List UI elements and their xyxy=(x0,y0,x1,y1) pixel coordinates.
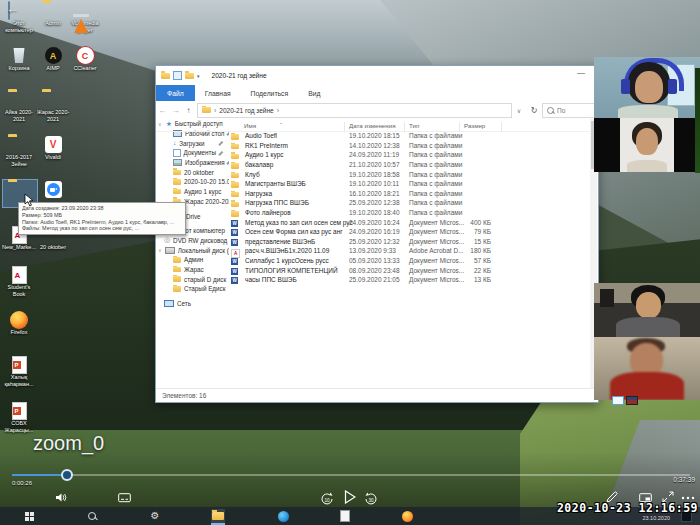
address-dropdown-icon[interactable]: ∨ xyxy=(512,107,526,114)
desktop-icon-aika-folder[interactable]: Айка 2020-2021 xyxy=(2,91,36,122)
tab-file[interactable]: Файл xyxy=(156,85,195,101)
tab-share[interactable]: Поделиться xyxy=(241,85,299,101)
person-shoulders xyxy=(627,160,667,172)
back-button[interactable]: ← xyxy=(156,106,169,115)
vlc-cone-icon xyxy=(74,2,96,19)
headphone-cup-right xyxy=(668,79,677,94)
sidebar-item-audio-1-kurs[interactable]: Аудио 1 курс xyxy=(156,187,229,197)
file-row[interactable]: Нагрузка16.10.2020 18:21Папка с файлами xyxy=(231,189,590,199)
taskbar-file-explorer[interactable] xyxy=(211,509,225,525)
explorer-sidebar: ∨★Быстрый доступ Рабочий стол ↓Загрузки … xyxy=(156,119,229,389)
file-row[interactable]: Wпредставление ВШЭнБ25.09.2020 12:32Доку… xyxy=(231,237,590,247)
desktop-icon-vlc[interactable]: VLC media player xyxy=(68,2,102,33)
seek-handle[interactable] xyxy=(61,469,73,481)
file-row[interactable]: WМетод указ по зап сил осен сем рус24.09… xyxy=(231,217,590,227)
minimize-button[interactable]: — xyxy=(572,68,590,77)
file-row[interactable]: Audio Toefl19.10.2020 18:15Папка с файла… xyxy=(231,131,590,141)
file-row[interactable]: WОсен сем Форма сил каз рус анг24.09.202… xyxy=(231,227,590,237)
sidebar-item-zharas[interactable]: Жарас xyxy=(156,265,229,275)
desktop-icon-khalyk-ppt[interactable]: P Халық қаһарман... xyxy=(2,356,36,387)
explorer-titlebar[interactable]: ▾ 2020-21 год зейне — xyxy=(156,66,598,85)
sidebar-item-network[interactable]: Сеть xyxy=(156,299,229,309)
column-header-type[interactable]: Тип xyxy=(409,122,419,129)
sidebar-item-downloads[interactable]: ↓Загрузки xyxy=(156,138,229,148)
chevron-down-icon[interactable]: ▾ xyxy=(197,73,200,79)
taskbar-search-icon[interactable] xyxy=(85,509,99,523)
start-button[interactable] xyxy=(22,509,36,523)
settings-gear-icon[interactable]: ⚙ xyxy=(148,509,162,523)
desktop-icon-sobh-ppt[interactable]: P СОБХ Жарасцы... xyxy=(2,402,36,433)
desktop-icon-ccleaner[interactable]: C CCleaner xyxy=(68,47,102,72)
more-options-icon[interactable] xyxy=(681,496,695,500)
sidebar-item-admin[interactable]: Админ xyxy=(156,255,229,265)
file-row[interactable]: RK1 PreInterm14.10.2020 12:38Папка с фай… xyxy=(231,141,590,151)
new-folder-icon[interactable] xyxy=(185,73,194,79)
refresh-icon[interactable]: ↻ xyxy=(526,106,542,115)
desktop-icon-students-book-pdf[interactable]: A Student's Book xyxy=(2,266,36,297)
folder-icon xyxy=(173,267,181,273)
file-list: Audio Toefl19.10.2020 18:15Папка с файла… xyxy=(231,131,590,291)
skip-forward-30-icon[interactable]: 30 xyxy=(364,492,378,505)
aimp-icon: A xyxy=(42,47,64,64)
tab-view[interactable]: Вид xyxy=(298,85,330,101)
volume-icon[interactable] xyxy=(55,492,67,503)
breadcrumb-path[interactable]: 2020-21 год зейне xyxy=(219,107,273,114)
address-bar: ← → ↑ › 2020-21 год зейне › ∨ ↻ По xyxy=(156,101,598,119)
breadcrumb[interactable]: › 2020-21 год зейне › xyxy=(197,103,512,118)
mouse-cursor xyxy=(24,193,34,211)
file-row[interactable]: WСиллабус 1 курсОсень русс05.09.2020 13:… xyxy=(231,256,590,266)
desktop-icon-firefox[interactable]: Firefox xyxy=(2,311,36,336)
desktop-icon-zharas-folder[interactable]: Жарас 2020-2021 xyxy=(36,91,70,122)
desktop-icon-zoom-app[interactable] xyxy=(36,181,70,199)
subtitles-icon[interactable] xyxy=(118,493,131,503)
sidebar-item-pictures[interactable]: Изображения xyxy=(156,158,229,168)
skip-back-10-icon[interactable]: 10 xyxy=(320,492,334,505)
back-icon[interactable]: ← xyxy=(6,1,19,16)
desktop-icon-admin[interactable]: Admin xyxy=(36,2,70,27)
folder-icon xyxy=(173,179,181,185)
search-box[interactable]: По xyxy=(542,103,596,118)
file-row[interactable]: Wчасы ППС ВШЭБ25.09.2020 21:05Документ M… xyxy=(231,275,590,285)
taskbar-firefox[interactable] xyxy=(400,509,414,523)
play-button[interactable] xyxy=(344,490,356,504)
sidebar-item-dvd-drive[interactable]: ◎DVD RW дисковод (D: xyxy=(156,236,229,246)
sidebar-item-old-e-disk[interactable]: Старый Едиск xyxy=(156,284,229,294)
pin-icon xyxy=(219,151,224,156)
column-header-name[interactable]: Имя xyxy=(244,122,256,129)
file-row[interactable]: Aрасч.ч.ВШЭнБ1х.2020 11.0913.09.2020 9:3… xyxy=(231,246,590,256)
taskbar-edge[interactable] xyxy=(276,509,290,523)
forward-button[interactable]: → xyxy=(169,106,182,115)
seek-bar[interactable] xyxy=(12,474,690,476)
taskbar-clock-date[interactable]: 23.10.2020 xyxy=(642,515,670,521)
file-row[interactable]: Аудио 1 курс24.09.2020 11:19Папка с файл… xyxy=(231,150,590,160)
keyboard-icon[interactable] xyxy=(612,396,624,405)
file-row[interactable]: бакалавр21.10.2020 10:57Папка с файлами xyxy=(231,160,590,170)
file-row[interactable]: WТИПОЛОГИЯ КОМПЕТЕНЦИЙ08.09.2020 23:48До… xyxy=(231,265,590,275)
desktop-icon-recycle-bin[interactable]: Корзина xyxy=(2,47,36,72)
sidebar-item-documents[interactable]: Документы xyxy=(156,148,229,158)
desktop-icon-aimp[interactable]: A AIMP xyxy=(36,47,70,72)
download-icon: ↓ xyxy=(173,140,176,146)
tab-home[interactable]: Главная xyxy=(195,85,241,101)
sidebar-item-old-d-disk[interactable]: старый D диск xyxy=(156,274,229,284)
taskbar-document-app[interactable] xyxy=(338,509,352,523)
ccleaner-icon: C xyxy=(74,47,96,64)
elapsed-time: 0:00:26 xyxy=(12,480,32,486)
file-row[interactable]: Клуб19.10.2020 18:58Папка с файлами xyxy=(231,169,590,179)
tooltip-folders: Папки: Audio Toefl, RK1 PreInterm, Аудио… xyxy=(22,219,182,226)
folder-tooltip: Дата создания: 23.09.2020 23:38 Размер: … xyxy=(18,202,186,235)
sidebar-item-20-oktober[interactable]: 20 oktober xyxy=(156,167,229,177)
desktop-icon-vivaldi[interactable]: V Vivaldi xyxy=(36,136,70,161)
up-button[interactable]: ↑ xyxy=(182,106,195,115)
sidebar-item-local-disk[interactable]: ∨Локальный диск (D: xyxy=(156,245,229,255)
column-header-size[interactable]: Размер xyxy=(464,122,485,129)
folder-icon xyxy=(173,189,181,195)
sidebar-item-2020-10-20[interactable]: 2020-10-20 15.05.14 xyxy=(156,177,229,187)
desktop-icon-2016-2017-folder[interactable]: 2016-2017 Зейне xyxy=(2,136,36,167)
file-row[interactable]: Магистранты ВШЭБ19.10.2020 10:11Папка с … xyxy=(231,179,590,189)
properties-icon[interactable] xyxy=(173,71,182,80)
language-flag-icon[interactable] xyxy=(626,396,638,405)
file-row[interactable]: Нагрузка ППС ВШЭБ25.09.2020 12:38Папка с… xyxy=(231,198,590,208)
column-header-date[interactable]: Дата изменения xyxy=(349,122,396,129)
file-row[interactable]: Фото лайнеров19.10.2020 18:40Папка с фай… xyxy=(231,208,590,218)
